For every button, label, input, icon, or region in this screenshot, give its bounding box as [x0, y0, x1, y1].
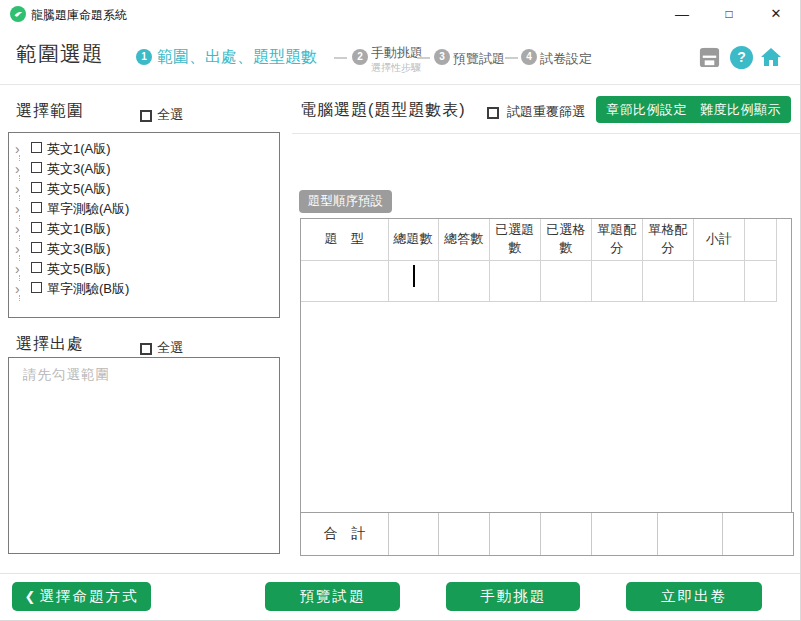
sources-placeholder: 請先勾選範圍: [23, 366, 110, 384]
app-logo-icon: [10, 6, 26, 22]
col-total-answers: 總答數: [438, 219, 489, 260]
tree-item-checkbox[interactable]: [31, 182, 42, 193]
back-to-mode-button[interactable]: ❮選擇命題方式: [12, 582, 151, 611]
expand-icon[interactable]: ›: [15, 219, 27, 239]
col-question-type: 題 型: [301, 219, 388, 260]
dup-filter[interactable]: 試題重覆篩選: [487, 103, 585, 121]
step-connector: [505, 57, 518, 59]
text-caret: [413, 265, 415, 287]
tree-item-eng5a[interactable]: › 英文5(A版): [9, 179, 279, 199]
tree-item-eng5b[interactable]: › 英文5(B版): [9, 259, 279, 279]
dup-filter-label: 試題重覆篩選: [507, 104, 585, 119]
expand-icon[interactable]: ›: [15, 259, 27, 279]
close-button[interactable]: ✕: [759, 0, 793, 28]
step-2-sublabel: 選擇性步驟: [371, 61, 421, 75]
tree-item-checkbox[interactable]: [31, 222, 42, 233]
difficulty-ratio-button[interactable]: 難度比例顯示: [690, 96, 791, 123]
col-points-per-question: 單題配分: [591, 219, 642, 260]
page-title: 範圍選題: [16, 40, 104, 68]
ranges-select-all[interactable]: 全選: [140, 106, 183, 124]
home-icon[interactable]: [759, 45, 783, 69]
step-1-badge: 1: [136, 49, 152, 65]
tree-item-eng1b[interactable]: › 英文1(B版): [9, 219, 279, 239]
step-2-label[interactable]: 手動挑題: [371, 44, 423, 62]
sources-select-all-checkbox[interactable]: [140, 343, 152, 355]
cell-points-per-blank[interactable]: [642, 260, 693, 301]
save-icon[interactable]: [698, 46, 721, 69]
expand-icon[interactable]: ›: [15, 239, 27, 259]
app-window: 龍騰題庫命題系統 — □ ✕ 範圍選題 1 範圍、出處、題型題數 2 手動挑題 …: [0, 0, 801, 621]
tree-item-label: 英文1(A版): [47, 141, 111, 156]
cell-selected-blanks[interactable]: [540, 260, 591, 301]
window-title: 龍騰題庫命題系統: [31, 7, 127, 24]
question-type-table: 題 型 總題數 總答數 已選題數 已選格數 單題配分 單格配分 小計: [300, 218, 792, 518]
totals-points-per-blank: [658, 513, 723, 555]
cell-total-answers[interactable]: [438, 260, 489, 301]
tree-item-checkbox[interactable]: [31, 242, 42, 253]
help-icon[interactable]: ?: [730, 46, 753, 69]
totals-selected-blanks: [541, 513, 592, 555]
dup-filter-checkbox[interactable]: [487, 107, 499, 119]
col-total-questions: 總題數: [388, 219, 438, 260]
step-connector: [417, 57, 430, 59]
totals-subtotal: [723, 513, 793, 555]
back-to-mode-label: 選擇命題方式: [39, 588, 138, 604]
manual-pick-button[interactable]: 手動挑題: [446, 582, 580, 611]
tree-item-eng3b[interactable]: › 英文3(B版): [9, 239, 279, 259]
chapter-ratio-button[interactable]: 章節比例設定: [596, 96, 697, 123]
tree-item-checkbox[interactable]: [31, 262, 42, 273]
expand-icon[interactable]: ›: [15, 179, 27, 199]
cell-selected-questions[interactable]: [489, 260, 540, 301]
sources-select-all[interactable]: 全選: [140, 339, 183, 357]
totals-total-answers: [439, 513, 490, 555]
totals-selected-questions: [490, 513, 541, 555]
ranges-title: 選擇範圍: [16, 101, 84, 122]
tree-item-checkbox[interactable]: [31, 282, 42, 293]
table-row: [301, 260, 777, 301]
tree-item-vocab-b[interactable]: › 單字測驗(B版): [9, 279, 279, 299]
tree-item-eng3a[interactable]: › 英文3(A版): [9, 159, 279, 179]
step-3-badge: 3: [434, 49, 450, 65]
totals-label: 合 計: [301, 513, 389, 555]
expand-icon[interactable]: ›: [15, 199, 27, 219]
tree-item-label: 英文3(B版): [47, 241, 111, 256]
maximize-button[interactable]: □: [712, 0, 746, 28]
back-chevron-icon: ❮: [25, 589, 36, 604]
preview-questions-button[interactable]: 預覽試題: [265, 582, 400, 611]
tree-item-eng1a[interactable]: › 英文1(A版): [9, 139, 279, 159]
sources-list: 請先勾選範圍: [8, 357, 280, 554]
col-points-per-blank: 單格配分: [642, 219, 693, 260]
ranges-select-all-checkbox[interactable]: [140, 110, 152, 122]
cell-subtotal[interactable]: [693, 260, 744, 301]
generate-exam-button[interactable]: 立即出卷: [626, 582, 762, 611]
tree-item-label: 英文3(A版): [47, 161, 111, 176]
computer-select-title: 電腦選題(題型題數表): [300, 100, 466, 121]
order-preset-button[interactable]: 題型順序預設: [299, 190, 392, 213]
minimize-button[interactable]: —: [665, 0, 699, 28]
tree-item-checkbox[interactable]: [31, 202, 42, 213]
totals-total-questions: [389, 513, 439, 555]
cell-question-type[interactable]: [301, 260, 388, 301]
ranges-select-all-label: 全選: [157, 107, 183, 122]
table-header-row: 題 型 總題數 總答數 已選題數 已選格數 單題配分 單格配分 小計: [301, 219, 777, 260]
title-bar: 龍騰題庫命題系統 — □ ✕: [0, 0, 800, 28]
step-4-label[interactable]: 試卷設定: [540, 50, 592, 68]
sources-select-all-label: 全選: [157, 340, 183, 355]
tree-item-checkbox[interactable]: [31, 162, 42, 173]
tree-item-label: 英文1(B版): [47, 221, 111, 236]
expand-icon[interactable]: ›: [15, 139, 27, 159]
expand-icon[interactable]: ›: [15, 159, 27, 179]
totals-row: 合 計: [300, 512, 794, 556]
tree-item-checkbox[interactable]: [31, 142, 42, 153]
step-3-label[interactable]: 預覽試題: [453, 50, 505, 68]
expand-icon[interactable]: ›: [15, 279, 27, 299]
cell-extra[interactable]: [744, 260, 776, 301]
tree-item-label: 單字測驗(A版): [47, 201, 129, 216]
tree-item-label: 英文5(B版): [47, 261, 111, 276]
cell-points-per-question[interactable]: [591, 260, 642, 301]
col-selected-questions: 已選題數: [489, 219, 540, 260]
totals-points-per-question: [592, 513, 658, 555]
range-tree: › 英文1(A版) › 英文3(A版) › 英文5(A版) › 單字測驗(A版)…: [8, 132, 280, 318]
tree-item-vocab-a[interactable]: › 單字測驗(A版): [9, 199, 279, 219]
step-1-label[interactable]: 範圍、出處、題型題數: [157, 47, 317, 68]
